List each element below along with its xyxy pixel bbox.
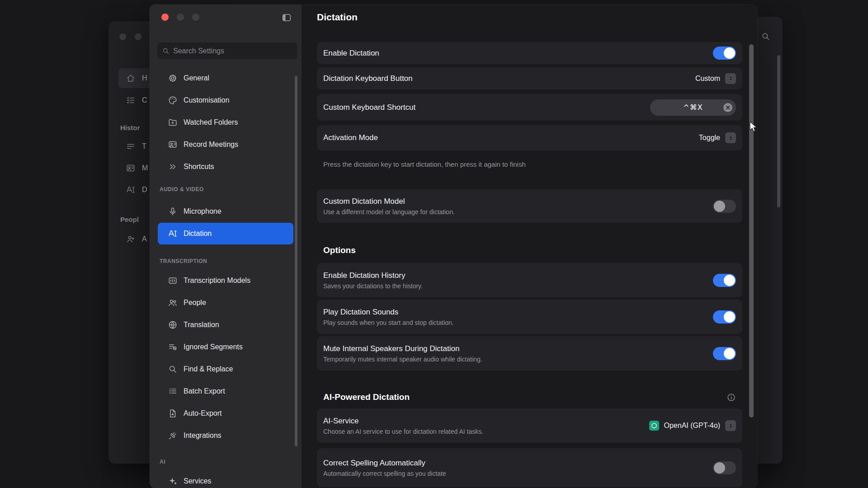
mouse-cursor [747,120,759,134]
sidebar-item-ignored-segments[interactable]: Ignored Segments [158,336,293,358]
ai-service-dropdown[interactable]: OpenAI (GPT-4o) [649,420,736,431]
scrollbar-thumb[interactable] [777,55,780,207]
content-scrollbar-thumb[interactable] [749,44,754,418]
row-play-dictation-sounds: Play Dictation Sounds Play sounds when y… [317,300,742,334]
setting-label: Mute Internal Speakers During Dictation [323,344,482,353]
openai-logo-icon [649,421,659,431]
settings-sidebar: General Customisation Watched Folders Re… [150,5,302,488]
sidebar-item-label: Watched Folders [184,118,238,127]
sidebar-nav: General Customisation Watched Folders Re… [150,67,302,488]
record-meetings-icon [168,140,178,150]
correct-spelling-toggle[interactable] [713,461,736,474]
row-enable-dictation-history: Enable Dictation History Saves your dict… [317,263,742,297]
sidebar-item-label: Customisation [184,96,229,104]
minimize-button[interactable] [177,14,184,21]
sidebar-item-find-replace[interactable]: Find & Replace [158,358,293,380]
chevron-updown-icon [725,420,736,431]
sidebar-item-label: Microphone [184,207,222,216]
setting-label: Dictation Keyboard Button [323,74,413,83]
settings-content: Dictation Enable Dictation Dictation Key… [302,5,757,488]
chevron-updown-icon [725,73,736,84]
bg-item-label: T [142,142,146,150]
row-custom-dictation-model: Custom Dictation Model Use a different m… [317,189,742,223]
desktop: H C Histor T M D Peopl A [0,0,868,488]
sidebar-item-general[interactable]: General [158,67,293,89]
sidebar-item-customisation[interactable]: Customisation [158,89,293,111]
sidebar-item-integrations[interactable]: Integrations [158,425,293,446]
sidebar-item-transcription-models[interactable]: Transcription Models [158,270,293,291]
mute-speakers-toggle[interactable] [713,347,736,360]
sidebar-item-label: Auto-Export [184,409,222,418]
search-icon[interactable] [761,32,771,42]
search-input[interactable] [173,47,293,55]
bg-section-history: Histor [120,124,140,131]
setting-label: AI-Service [323,417,483,426]
bg-item-label: M [142,164,148,172]
close-button[interactable] [161,14,169,21]
setting-caption: Automatically correct spelling as you di… [323,470,446,477]
sidebar-item-services[interactable]: Services [158,470,293,488]
search-field[interactable] [157,42,298,60]
sidebar-item-translation[interactable]: Translation [158,314,293,336]
custom-model-toggle[interactable] [713,200,736,213]
dictation-sounds-toggle[interactable] [713,310,736,324]
sidebar-item-people[interactable]: People [158,292,293,314]
setting-label: Custom Dictation Model [323,197,455,206]
sidebar-item-microphone[interactable]: Microphone [158,201,293,222]
clear-shortcut-icon[interactable]: ✕ [723,103,732,112]
page-title: Dictation [317,12,742,24]
setting-label: Custom Keyboard Shortcut [323,103,415,112]
sidebar-item-batch-export[interactable]: Batch Export [158,380,293,402]
sidebar-scrollbar-thumb[interactable] [295,76,297,446]
sidebar-item-record-meetings[interactable]: Record Meetings [158,134,293,155]
sidebar-item-label: People [184,299,206,307]
dropdown-value: Toggle [699,134,720,142]
toggle-knob [724,311,735,323]
setting-caption: Temporarily mutes internal speaker audio… [323,356,482,363]
bg-item-label: A [142,235,147,243]
person-card-icon [126,163,136,173]
section-title: Options [323,245,356,255]
sidebar-item-label: Batch Export [184,387,225,395]
sidebar-item-dictation[interactable]: Dictation [158,223,293,244]
dropdown-value: Custom [695,75,720,83]
dictation-icon [126,185,136,195]
sidebar-item-shortcuts[interactable]: Shortcuts [158,156,293,178]
checklist-icon [126,95,136,105]
sidebar-section-transcription: TRANSCRIPTION [158,257,293,266]
folder-plus-icon [168,117,178,127]
globe-icon [168,320,178,330]
info-icon[interactable] [726,393,736,402]
sidebar-item-auto-export[interactable]: Auto-Export [158,403,293,424]
sidebar-item-label: Ignored Segments [184,343,243,351]
sidebar-item-watched-folders[interactable]: Watched Folders [158,112,293,133]
zoom-button[interactable] [192,14,199,21]
keyboard-button-dropdown[interactable]: Custom [695,73,736,84]
sidebar-toggle-icon[interactable] [281,12,292,23]
chevrons-right-icon [168,162,178,172]
toggle-knob [714,201,725,212]
sidebar-item-label: Integrations [184,432,222,440]
setting-caption: Saves your dictations to the history. [323,282,423,290]
activation-mode-dropdown[interactable]: Toggle [699,132,736,143]
setting-label: Enable Dictation [323,49,379,58]
shortcut-recorder-field[interactable]: ^⌘X ✕ [650,99,736,116]
dictation-history-toggle[interactable] [713,274,736,287]
sidebar-section-ai: AI [158,457,293,466]
bg-item-label: H [142,74,147,82]
enable-dictation-toggle[interactable] [713,47,736,60]
setting-label: Correct Spelling Automatically [323,459,446,468]
palette-icon [168,95,178,105]
row-mute-internal-speakers: Mute Internal Speakers During Dictation … [317,336,742,371]
row-activation-mode: Activation Mode Toggle [317,125,742,150]
bg-section-people: Peopl [120,216,139,223]
toggle-knob [724,348,735,359]
model-box-icon [168,276,178,286]
setting-caption: Play sounds when you start and stop dict… [323,319,454,326]
person-plus-icon [126,234,136,244]
sparkle-icon [168,476,178,486]
traffic-light-dim-icon [119,33,126,40]
background-window-right [757,17,783,464]
options-header: Options [317,244,742,256]
bg-item-label: C [142,96,147,104]
